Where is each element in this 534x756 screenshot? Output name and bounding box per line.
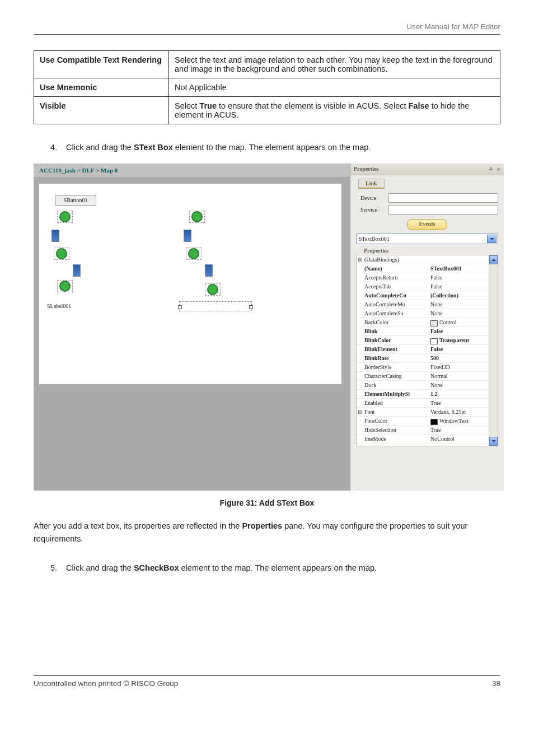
property-value[interactable]: NoControl (430, 435, 498, 443)
expand-icon[interactable] (357, 390, 363, 398)
property-row[interactable]: AutoCompleteMoNone (357, 300, 498, 309)
property-row[interactable]: BlinkFalse (357, 327, 498, 336)
expand-icon[interactable]: ⊞ (357, 444, 363, 446)
expand-icon[interactable] (357, 318, 363, 326)
slabel-element[interactable]: SLabel001 (47, 303, 71, 309)
property-value[interactable]: Fixed3D (430, 363, 498, 371)
led-element[interactable] (57, 211, 73, 223)
property-row[interactable]: BlinkColorTransparent (357, 336, 498, 345)
property-value[interactable]: String[] Array (430, 444, 498, 446)
property-value[interactable]: 500 (430, 354, 498, 362)
expand-icon[interactable] (357, 435, 363, 443)
close-icon[interactable]: × (497, 166, 500, 172)
expand-icon[interactable]: ⊞ (357, 255, 363, 264)
bar-element[interactable] (205, 264, 213, 277)
property-value[interactable] (430, 255, 498, 264)
property-value[interactable]: True (430, 399, 498, 407)
property-row[interactable]: BackColorControl (357, 318, 498, 327)
expand-icon[interactable]: ⊞ (357, 408, 363, 416)
expand-icon[interactable] (357, 363, 363, 371)
map-canvas[interactable]: SButton01 SLabel001 (39, 184, 341, 384)
chevron-down-icon[interactable] (487, 235, 496, 243)
property-row[interactable]: DockNone (357, 381, 498, 390)
property-value[interactable]: Normal (430, 372, 498, 380)
property-row[interactable]: AcceptsReturnFalse (357, 273, 498, 282)
expand-icon[interactable] (357, 309, 363, 318)
property-row[interactable]: BlinkElementFalse (357, 345, 498, 354)
scroll-down-icon[interactable] (489, 437, 498, 446)
led-element[interactable] (54, 248, 69, 260)
link-tab[interactable]: Link (358, 179, 385, 189)
property-value[interactable]: True (430, 426, 498, 434)
scroll-up-icon[interactable] (489, 255, 498, 264)
stextbox-element[interactable] (179, 301, 252, 311)
property-value[interactable]: Control (430, 318, 498, 326)
expand-icon[interactable] (357, 354, 363, 362)
expand-icon[interactable] (357, 345, 363, 353)
expand-icon[interactable] (357, 426, 363, 434)
property-value[interactable]: False (430, 345, 498, 353)
property-row[interactable]: HideSelectionTrue (357, 426, 498, 435)
expand-icon[interactable] (357, 291, 363, 300)
property-row[interactable]: ⊞(DataBindings) (357, 255, 498, 264)
property-row[interactable]: BorderStyleFixed3D (357, 363, 498, 372)
property-value[interactable]: STextBox001 (430, 264, 498, 273)
device-input[interactable] (388, 193, 498, 203)
property-value[interactable]: None (430, 381, 498, 389)
property-value[interactable]: False (430, 282, 498, 291)
led-element[interactable] (205, 283, 221, 296)
bar-element[interactable] (73, 264, 81, 277)
expand-icon[interactable] (357, 282, 363, 291)
property-value[interactable]: (Collection) (430, 291, 498, 300)
sbutton-element[interactable]: SButton01 (55, 195, 96, 206)
expand-icon[interactable] (357, 417, 363, 425)
property-row[interactable]: ⊞LinesString[] Array (357, 444, 498, 446)
property-value[interactable]: False (430, 273, 498, 282)
service-input[interactable] (388, 205, 498, 214)
led-element[interactable] (189, 211, 205, 223)
property-value[interactable]: False (430, 327, 498, 335)
scrollbar[interactable] (489, 255, 498, 446)
property-row[interactable]: AcceptsTabFalse (357, 282, 498, 291)
expand-icon[interactable] (357, 381, 363, 389)
property-row[interactable]: ⊞FontVerdana, 8.25pt (357, 408, 498, 417)
property-key: CharacterCasing (363, 372, 430, 380)
bar-element[interactable] (51, 230, 59, 242)
property-value[interactable]: WindowText (430, 417, 498, 425)
expand-icon[interactable] (357, 372, 363, 380)
expand-icon[interactable] (357, 264, 363, 273)
expand-icon[interactable] (357, 273, 363, 282)
events-button[interactable]: Events (407, 219, 447, 230)
expand-icon[interactable] (357, 327, 363, 335)
bar-element[interactable] (184, 230, 191, 242)
property-value[interactable]: 1.2 (430, 390, 498, 398)
property-row[interactable]: (Name)STextBox001 (357, 264, 498, 273)
step-number: 5. (50, 562, 66, 574)
expand-icon[interactable] (357, 399, 363, 407)
property-value[interactable]: None (430, 300, 498, 309)
property-row[interactable]: ElementMultiplySi1.2 (357, 390, 498, 399)
row-label: Use Mnemonic (34, 78, 169, 97)
property-grid[interactable]: ⊞(DataBindings)(Name)STextBox001AcceptsR… (356, 255, 498, 446)
property-row[interactable]: CharacterCasingNormal (357, 372, 498, 381)
screenshot-figure-31: ACC110_jash > DLF > Map 0 SButton01 SLab… (34, 164, 504, 491)
property-row[interactable]: EnabledTrue (357, 399, 498, 408)
led-element[interactable] (186, 248, 202, 260)
resize-handle[interactable] (249, 305, 253, 309)
property-value[interactable]: None (430, 309, 498, 318)
property-row[interactable]: AutoCompleteSoNone (357, 309, 498, 318)
pin-icon[interactable] (489, 167, 494, 172)
resize-handle[interactable] (178, 305, 182, 309)
led-element[interactable] (57, 280, 73, 292)
expand-icon[interactable] (357, 336, 363, 344)
property-key: BlinkColor (363, 336, 430, 344)
property-row[interactable]: ImeModeNoControl (357, 435, 498, 444)
property-row[interactable]: AutoCompleteCu(Collection) (357, 291, 498, 300)
property-row[interactable]: ForeColorWindowText (357, 417, 498, 426)
property-value[interactable]: Transparent (430, 336, 498, 344)
property-row[interactable]: BlinkRate500 (357, 354, 498, 363)
element-selector-combo[interactable]: STextBox001 (356, 234, 498, 244)
property-value[interactable]: Verdana, 8.25pt (430, 408, 498, 416)
editor-breadcrumb: ACC110_jash > DLF > Map 0 (34, 164, 350, 177)
expand-icon[interactable] (357, 300, 363, 309)
